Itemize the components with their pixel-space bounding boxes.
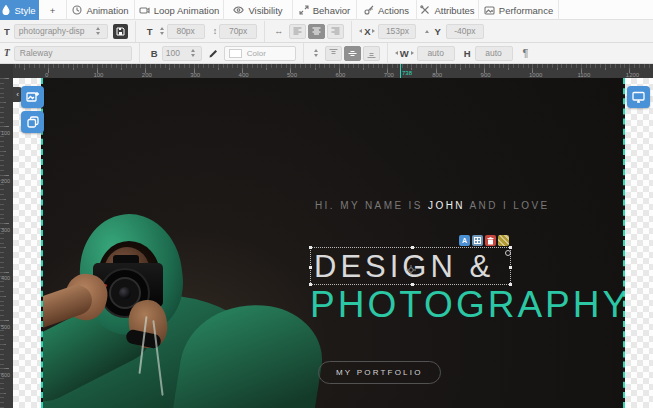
tab-attributes[interactable]: Attributes xyxy=(417,0,479,20)
texture-style-button[interactable] xyxy=(498,235,509,246)
x-position-input[interactable]: 153px xyxy=(378,24,416,39)
height-input[interactable]: auto xyxy=(475,46,513,61)
trash-icon xyxy=(487,237,494,245)
text-align-group xyxy=(289,24,344,39)
selection-handle[interactable] xyxy=(309,266,312,269)
photo-lens-glass xyxy=(119,287,131,299)
tab-behavior[interactable]: Behavior xyxy=(293,0,357,20)
rotate-handle[interactable] xyxy=(505,250,511,256)
tagline-name: JOHN xyxy=(428,200,465,211)
y-label: Y xyxy=(434,26,440,37)
font-weight-input[interactable]: 100 xyxy=(162,46,202,61)
selection-handle[interactable] xyxy=(309,246,312,249)
tagline-text[interactable]: HI. MY NAME IS JOHN AND I LOVE xyxy=(315,200,550,211)
slide-canvas[interactable]: HI. MY NAME IS JOHN AND I LOVE A DESIGN … xyxy=(41,78,625,408)
paragraph-icon[interactable]: ¶ xyxy=(523,47,529,59)
eye-icon xyxy=(233,6,244,14)
width-input[interactable]: auto xyxy=(417,46,455,61)
ruler-position-marker: 738 xyxy=(400,64,401,78)
font-family-select[interactable]: photography-disp xyxy=(14,24,108,39)
selection-handle[interactable] xyxy=(509,246,512,249)
eyedropper-pen-icon[interactable] xyxy=(208,48,219,59)
v-ruler-label: 500 xyxy=(1,324,10,330)
transparency-checker-right xyxy=(625,78,653,408)
desktop-preview-button[interactable] xyxy=(627,86,650,108)
v-ruler-label: 300 xyxy=(1,227,10,233)
v-ruler-label: 100 xyxy=(1,130,10,136)
save-font-button[interactable] xyxy=(113,24,128,39)
font-family-value: photography-disp xyxy=(19,26,85,36)
line-height-icon: ↕ xyxy=(213,26,218,36)
duplicate-button[interactable] xyxy=(21,111,44,133)
edit-text-label: A xyxy=(462,237,467,244)
key-icon xyxy=(364,5,374,15)
add-image-icon xyxy=(26,91,39,103)
edit-text-button[interactable]: A xyxy=(459,235,470,246)
width-value: auto xyxy=(427,48,444,58)
tab-performance[interactable]: Performance xyxy=(479,0,559,20)
heading-line2[interactable]: PHOTOGRAPHY xyxy=(310,284,625,326)
tagline-post: AND I LOVE xyxy=(465,200,550,211)
toolbar-divider xyxy=(351,21,352,42)
ruler-marker-value: 738 xyxy=(402,70,412,76)
select-arrows-icon xyxy=(96,27,100,35)
align-right-button[interactable] xyxy=(327,24,344,39)
valign-bottom-button[interactable] xyxy=(363,46,380,61)
width-spinner[interactable]: W xyxy=(395,48,414,59)
tab-animation[interactable]: Animation xyxy=(67,0,135,20)
tab-label: Visibility xyxy=(248,5,282,16)
horizontal-ruler[interactable]: 0100200300400500600700800900100011001200… xyxy=(0,64,653,78)
floppy-icon xyxy=(116,27,125,36)
tab-label: Actions xyxy=(378,5,409,16)
line-height-value: 70px xyxy=(229,26,247,36)
font-family-input[interactable]: Raleway xyxy=(14,46,132,61)
x-position-spinner[interactable]: X xyxy=(359,26,375,37)
font-weight-value: 100 xyxy=(166,48,180,58)
tab-add[interactable]: + xyxy=(39,0,67,20)
tools-icon xyxy=(420,5,430,15)
my-portfolio-button[interactable]: MY PORTFOLIO xyxy=(318,361,441,384)
duplicate-icon xyxy=(27,116,39,128)
panel-tab-bar: Style + Animation Loop Animation Visibil… xyxy=(0,0,653,20)
tab-label: Performance xyxy=(499,5,553,16)
tab-loop-animation[interactable]: Loop Animation xyxy=(135,0,224,20)
tab-label: + xyxy=(50,5,56,16)
v-ruler-label: 600 xyxy=(1,372,10,378)
valign-top-button[interactable] xyxy=(325,46,342,61)
valign-middle-button[interactable] xyxy=(344,46,361,61)
text-color-picker[interactable]: Color xyxy=(224,46,296,61)
v-ruler-label: 400 xyxy=(1,275,10,281)
vertical-align-arrows-icon xyxy=(314,49,318,57)
letter-spacing-icon: ↔ xyxy=(274,26,283,36)
tab-style[interactable]: Style xyxy=(0,0,39,20)
tagline-pre: HI. MY NAME IS xyxy=(315,200,428,211)
width-label: W xyxy=(400,48,409,59)
color-placeholder: Color xyxy=(247,49,266,58)
align-center-button[interactable] xyxy=(308,24,325,39)
clock-icon xyxy=(72,5,82,15)
tab-label: Loop Animation xyxy=(154,5,220,16)
font-label: T xyxy=(4,26,10,37)
element-mini-toolbar: A xyxy=(459,235,509,246)
selected-text-element[interactable]: DESIGN & xyxy=(310,247,511,285)
x-label: X xyxy=(364,26,370,37)
selection-handle[interactable] xyxy=(509,266,512,269)
photographer-image[interactable] xyxy=(43,78,343,408)
font-size-input[interactable]: 80px xyxy=(167,24,205,39)
tab-actions[interactable]: Actions xyxy=(357,0,417,20)
tab-bar-spacer xyxy=(559,0,653,19)
heading-line1[interactable]: DESIGN & xyxy=(314,249,494,285)
behavior-arrows-icon xyxy=(299,5,309,15)
grid-settings-button[interactable] xyxy=(472,235,483,246)
tab-visibility[interactable]: Visibility xyxy=(224,0,293,20)
vertical-ruler[interactable]: 100200300400500600 xyxy=(0,78,13,408)
toolbar-divider xyxy=(264,21,265,42)
y-position-input[interactable]: -40px xyxy=(446,24,484,39)
delete-element-button[interactable] xyxy=(485,235,496,246)
x-position-value: 153px xyxy=(386,26,409,36)
line-height-input[interactable]: 70px xyxy=(219,24,257,39)
align-left-button[interactable] xyxy=(289,24,306,39)
add-image-button[interactable] xyxy=(21,86,44,108)
selection-handle[interactable] xyxy=(411,246,414,249)
vertical-align-group xyxy=(325,46,380,61)
